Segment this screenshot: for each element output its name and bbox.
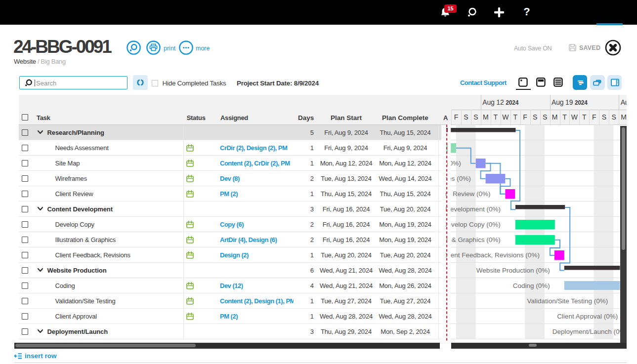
svg-text:Illustration & Graphics (0%): Illustration & Graphics (0%) xyxy=(446,236,501,243)
svg-text:Coding (0%): Coding (0%) xyxy=(513,282,550,289)
svg-text:Client Approval (0%): Client Approval (0%) xyxy=(557,313,618,320)
svg-text:Website Production (0%): Website Production (0%) xyxy=(476,267,550,274)
svg-text:Content Development (0%): Content Development (0%) xyxy=(446,205,501,213)
svg-text:Develop Copy (0%): Develop Copy (0%) xyxy=(446,221,501,228)
svg-text:Validation/Site Testing (0%): Validation/Site Testing (0%) xyxy=(527,297,608,305)
svg-text:Client Feedback, Revisions (0%: Client Feedback, Revisions (0%) xyxy=(446,251,540,259)
svg-text:Client Review (0%): Client Review (0%) xyxy=(446,190,491,198)
svg-text:Deployment/Launch (0%): Deployment/Launch (0%) xyxy=(552,328,627,335)
